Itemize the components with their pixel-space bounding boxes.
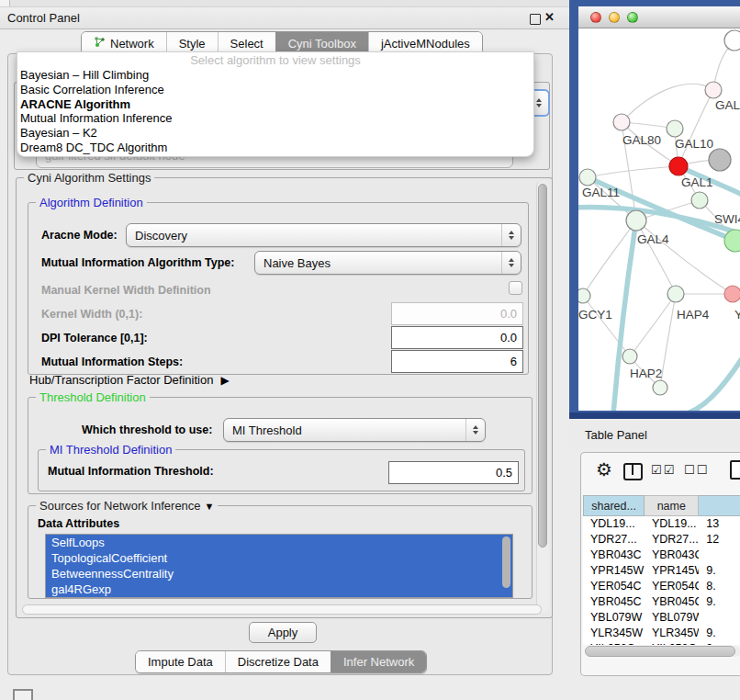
table-hscrollbar-thumb[interactable] [585,646,735,657]
minimize-traffic-light-icon[interactable] [609,12,620,23]
network-node[interactable] [669,157,688,175]
network-node[interactable] [709,149,731,171]
network-node[interactable] [667,286,684,302]
network-node[interactable] [578,288,590,303]
stepper-icon [501,252,521,274]
settings-hscrollbar[interactable] [22,604,542,615]
network-node[interactable] [724,230,740,252]
dropdown-item[interactable]: Basic Correlation Inference [17,83,533,97]
dropdown-items: Bayesian – Hill ClimbingBasic Correlatio… [17,68,533,155]
close-traffic-light-icon[interactable] [590,12,601,23]
table-cell: YER054C [645,579,699,594]
network-node-label: GAL80 [622,133,661,147]
network-edge[interactable] [678,90,713,166]
network-edge-thick[interactable] [684,355,740,411]
minimized-panel-icon[interactable] [13,689,33,700]
network-node[interactable] [724,30,740,51]
settings-scrollbar-track[interactable] [536,181,549,613]
checked-boxes-icon[interactable]: ☑☑ [651,463,676,477]
network-edge[interactable] [636,220,676,294]
network-node[interactable] [622,349,637,364]
table-cell: 12 [699,532,740,548]
dropdown-item[interactable]: Bayesian – Hill Climbing [17,68,533,83]
mi-threshold-field[interactable]: 0.5 [388,461,519,484]
aracne-mode-combobox[interactable]: Discovery [126,223,521,247]
network-node[interactable] [691,192,708,209]
column-header[interactable]: shared... [583,495,645,516]
tab-impute-data[interactable]: Impute Data [136,651,225,672]
network-canvas[interactable]: GALGAL80GAL10GAL1GAL11SWI4GAL4GCY1HAP4YH… [578,28,740,411]
table-row[interactable]: YDL19...YDL19...13 [583,516,740,532]
attribute-item[interactable]: gal4RGexp [46,581,512,597]
mi-type-combobox[interactable]: Naive Bayes [254,251,521,275]
table-row[interactable]: YIL052CYIL052C9. [583,641,740,645]
dropdown-item[interactable]: Bayesian – K2 [17,126,533,141]
network-node[interactable] [579,169,596,186]
attribute-item[interactable]: BetweennessCentrality [46,566,512,581]
column-header[interactable] [699,495,740,516]
page-icon[interactable] [730,460,740,480]
mi-threshold-value: 0.5 [496,466,512,480]
dropdown-item[interactable]: Dream8 DC_TDC Algorithm [17,141,533,155]
network-edge[interactable] [660,294,676,388]
table-row[interactable]: YPR145WYPR145W9. [583,563,740,579]
tab-label: Infer Network [343,655,414,669]
table-row[interactable]: YDR27...YDR27...12 [583,532,740,548]
table-cell: 9. [699,641,740,645]
tab-infer-network[interactable]: Infer Network [331,651,426,672]
gear-icon[interactable]: ⚙ [596,458,612,480]
attributes-scrollbar-thumb[interactable] [502,536,510,588]
aracne-mode-label: Aracne Mode: [41,229,118,242]
data-attributes-list[interactable]: SelfLoopsTopologicalCoefficientBetweenne… [45,534,513,598]
collapsed-arrow-icon: ▶ [220,374,229,387]
float-window-icon[interactable] [530,14,541,25]
close-icon[interactable]: ✕ [544,10,555,24]
column-header[interactable]: name [645,495,699,516]
settings-scrollbar-thumb[interactable] [538,184,547,548]
table-hscrollbar-track[interactable] [585,646,740,657]
mi-threshold-group-title: MI Threshold Definition [46,443,175,457]
apply-button[interactable]: Apply [249,622,317,643]
table-cell: YDL19... [583,516,645,532]
table-cell: YDR27... [645,532,699,548]
manual-kernel-checkbox[interactable] [509,281,522,295]
data-attributes-label: Data Attributes [38,517,119,530]
attribute-item[interactable]: TopologicalCoefficient [46,550,512,566]
mi-steps-field[interactable]: 6 [391,350,523,373]
table-row[interactable]: YBR045CYBR045C9. [583,594,740,610]
dropdown-item[interactable]: ARACNE Algorithm [17,97,533,112]
stepper-icon [501,224,521,246]
kernel-width-field[interactable]: 0.0 [391,302,523,325]
network-edge-thick[interactable] [613,220,636,411]
network-node[interactable] [613,114,630,130]
window-corner-notch [0,0,10,6]
zoom-traffic-light-icon[interactable] [627,12,638,23]
sources-group-title[interactable]: Sources for Network Inference▼ [36,499,218,514]
split-columns-icon[interactable] [623,463,643,480]
table-row[interactable]: YER054CYER054C8. [583,579,740,594]
table-row[interactable]: YLR345WYLR345W9. [583,626,740,641]
which-threshold-combobox[interactable]: MI Threshold [223,418,486,442]
attribute-item[interactable]: SelfLoops [46,535,512,550]
unchecked-boxes-icon[interactable]: ☐☐ [684,463,709,477]
bottom-tabbar: Impute DataDiscretize DataInfer Network [135,650,427,673]
mi-steps-value: 6 [510,355,517,368]
table-panel-title: Table Panel [585,428,647,442]
network-node[interactable] [705,82,722,98]
network-node-label: HAP2 [630,367,662,380]
table-row[interactable]: YBL079WYBL079W [583,610,740,626]
network-node[interactable] [667,120,683,137]
network-node[interactable] [653,380,667,395]
algorithm-definition-group: Algorithm Definition Aracne Mode: Discov… [28,202,529,375]
dpi-tolerance-field[interactable]: 0.0 [391,326,523,349]
tab-discretize-data[interactable]: Discretize Data [225,651,331,672]
network-edge[interactable] [622,84,713,122]
network-node[interactable] [626,210,646,231]
network-edge[interactable] [588,166,678,177]
dropdown-item[interactable]: Mutual Information Inference [17,111,533,126]
table-row[interactable]: YBR043CYBR043C [583,548,740,563]
network-node[interactable] [724,286,740,302]
network-edge[interactable] [630,294,676,356]
hub-definition-toggle[interactable]: Hub/Transcription Factor Definition▶ [29,373,230,387]
table-body: YDL19...YDL19...13YDR27...YDR27...12YBR0… [583,516,740,645]
